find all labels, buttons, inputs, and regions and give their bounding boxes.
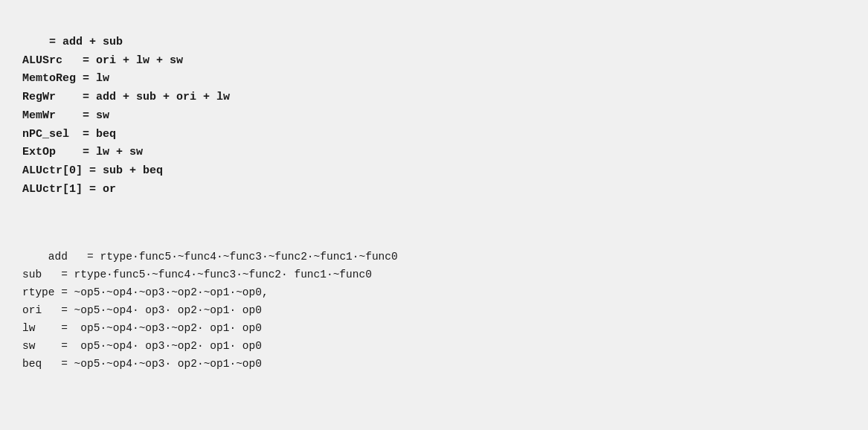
def-sw: sw = op5·~op4· op3·~op2· op1· op0 — [22, 340, 262, 352]
equations-block: = add + sub ALUSrc = ori + lw + sw Memto… — [22, 15, 846, 217]
equation-ALUSrc: ALUSrc = ori + lw + sw — [22, 54, 183, 67]
equation-RegDst: = add + sub — [49, 36, 123, 48]
RegDst-label: = add + sub — [49, 36, 123, 48]
definitions-block: add = rtype·func5·~func4·~func3·~func2·~… — [22, 231, 846, 391]
def-sub: sub = rtype·func5·~func4·~func3·~func2· … — [22, 269, 372, 280]
equation-ExtOp: ExtOp = lw + sw — [22, 146, 143, 158]
equation-MemWr: MemWr = sw — [22, 109, 109, 122]
def-lw: lw = op5·~op4·~op3·~op2· op1· op0 — [22, 322, 262, 334]
equation-ALUctr0: ALUctr[0] = sub + beq — [22, 164, 163, 177]
main-content: = add + sub ALUSrc = ori + lw + sw Memto… — [0, 0, 868, 430]
def-ori: ori = ~op5·~op4· op3· op2·~op1· op0 — [22, 304, 262, 316]
def-beq: beq = ~op5·~op4·~op3· op2·~op1·~op0 — [22, 358, 262, 370]
def-add: add = rtype·func5·~func4·~func3·~func2·~… — [48, 251, 398, 263]
equation-ALUctr1: ALUctr[1] = or — [22, 183, 116, 196]
equation-nPC_sel: nPC_sel = beq — [22, 128, 116, 141]
equation-MemtoReg: MemtoReg = lw — [22, 72, 109, 85]
divider — [22, 217, 846, 231]
def-rtype: rtype = ~op5·~op4·~op3·~op2·~op1·~op0, — [22, 286, 269, 298]
equation-RegWr: RegWr = add + sub + ori + lw — [22, 91, 230, 103]
